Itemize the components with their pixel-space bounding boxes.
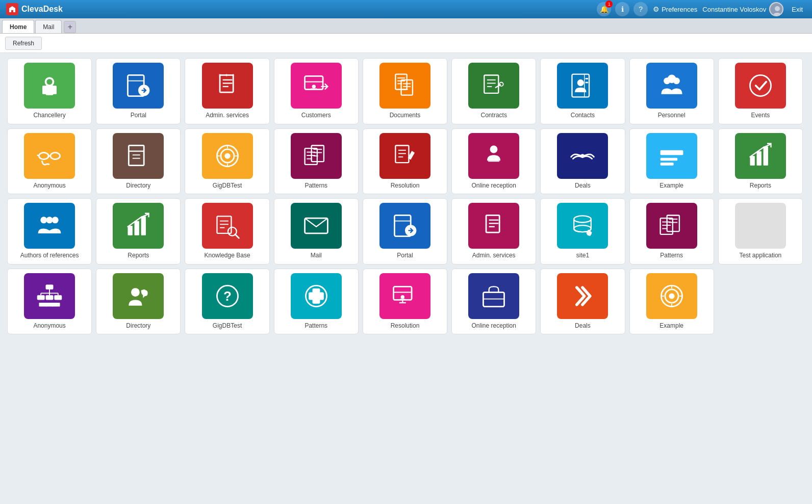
app-icon-anonymous2 <box>24 273 75 319</box>
app-card-deals[interactable]: Deals <box>540 128 625 195</box>
avatar <box>769 2 783 16</box>
svg-rect-75 <box>660 157 677 161</box>
app-card-patterns3[interactable]: Patterns <box>274 269 359 335</box>
app-card-mail[interactable]: Mail <box>274 198 359 264</box>
svg-rect-119 <box>39 303 47 306</box>
app-label-customers: Customers <box>301 112 331 120</box>
info-icon-btn[interactable]: ℹ <box>615 2 629 16</box>
app-label-authors-of-references: Authors of references <box>20 252 79 260</box>
svg-point-1 <box>775 6 780 11</box>
svg-rect-74 <box>660 150 683 154</box>
app-icon-example2 <box>646 273 697 319</box>
app-label-gigdbtest2: GigDBTest <box>213 322 242 330</box>
app-card-resolution2[interactable]: Resolution <box>363 269 447 335</box>
app-card-events[interactable]: Events <box>718 58 803 124</box>
app-card-directory[interactable]: Directory <box>96 128 181 195</box>
svg-rect-72 <box>488 161 499 162</box>
app-card-admin-services2[interactable]: Admin. services <box>451 198 536 264</box>
svg-rect-77 <box>750 156 754 166</box>
svg-text:?: ? <box>223 288 232 304</box>
svg-point-122 <box>131 288 140 297</box>
main-content: Chancellery Portal Admin. services Custo… <box>0 53 812 339</box>
svg-rect-110 <box>46 284 54 289</box>
app-card-admin-services[interactable]: Admin. services <box>185 58 269 124</box>
app-card-patterns[interactable]: Patterns <box>274 128 359 195</box>
app-card-customers[interactable]: Customers <box>274 58 359 124</box>
app-card-personnel[interactable]: Personnel <box>629 58 714 124</box>
app-name: ClevaDesk <box>21 5 63 14</box>
app-card-reports[interactable]: Reports <box>718 128 803 195</box>
app-card-portal2[interactable]: Portal <box>363 198 447 264</box>
app-card-chancellery[interactable]: Chancellery <box>7 58 92 124</box>
help-icon-btn[interactable]: ? <box>633 2 648 16</box>
app-card-reports2[interactable]: Reports <box>96 198 181 264</box>
app-card-anonymous[interactable]: Anonymous <box>7 128 92 195</box>
app-label-online-reception2: Online reception <box>472 322 516 330</box>
app-card-gigdbtest2[interactable]: ? GigDBTest <box>185 269 269 335</box>
app-label-contacts: Contacts <box>571 112 595 120</box>
svg-point-35 <box>577 79 584 86</box>
add-tab-btn[interactable]: + <box>64 21 76 33</box>
app-icon-patterns3 <box>291 273 342 319</box>
app-label-reports2: Reports <box>128 252 149 260</box>
app-label-knowledge-base: Knowledge Base <box>205 252 250 260</box>
app-card-knowledge-base[interactable]: Knowledge Base <box>185 198 269 264</box>
svg-point-53 <box>224 153 230 158</box>
app-card-online-reception2[interactable]: Online reception <box>451 269 536 335</box>
tab-home[interactable]: Home <box>2 20 34 33</box>
app-label-deals: Deals <box>575 182 591 190</box>
app-card-documents[interactable]: Documents <box>363 58 447 124</box>
app-label-portal2: Portal <box>397 252 413 260</box>
app-card-directory2[interactable]: Directory <box>96 269 181 335</box>
svg-rect-111 <box>37 295 45 300</box>
app-card-example2[interactable]: Example <box>629 269 714 335</box>
svg-rect-79 <box>763 146 768 165</box>
app-card-patterns2[interactable]: Patterns <box>629 198 714 264</box>
app-icon-resolution2 <box>379 273 430 319</box>
tab-mail[interactable]: Mail <box>35 20 62 33</box>
svg-rect-85 <box>141 217 146 235</box>
app-card-site1[interactable]: site1 <box>540 198 625 264</box>
app-card-example[interactable]: Example <box>629 128 714 195</box>
app-label-deals2: Deals <box>575 322 591 330</box>
svg-rect-38 <box>586 82 589 84</box>
app-icon-documents <box>379 63 430 109</box>
notification-badge: 1 <box>605 1 613 8</box>
app-card-gigdbtest[interactable]: GigDBTest <box>185 128 269 195</box>
app-icon-customers <box>291 63 342 109</box>
preferences-btn[interactable]: ⚙ Preferences <box>653 5 697 13</box>
notification-bell[interactable]: 🔔 1 <box>597 2 611 16</box>
svg-rect-78 <box>756 151 761 165</box>
app-label-personnel: Personnel <box>658 112 686 120</box>
app-label-contracts: Contracts <box>481 112 507 120</box>
refresh-button[interactable]: Refresh <box>5 37 42 50</box>
app-label-directory2: Directory <box>126 322 150 330</box>
app-card-deals2[interactable]: Deals <box>540 269 625 335</box>
app-label-documents: Documents <box>390 112 421 120</box>
app-label-example2: Example <box>659 322 683 330</box>
logo-icon <box>6 3 18 15</box>
exit-btn[interactable]: Exit <box>789 5 806 14</box>
app-card-portal[interactable]: Portal <box>96 58 181 124</box>
app-label-admin-services: Admin. services <box>206 112 249 120</box>
app-icon-reports2 <box>113 203 164 249</box>
svg-point-81 <box>52 217 59 223</box>
app-card-test-application[interactable]: Test application <box>718 198 803 264</box>
app-card-online-reception[interactable]: Online reception <box>451 128 536 195</box>
app-card-authors-of-references[interactable]: Authors of references <box>7 198 92 264</box>
app-card-contracts[interactable]: Contracts <box>451 58 536 124</box>
app-card-resolution[interactable]: Resolution <box>363 128 447 195</box>
svg-rect-84 <box>135 221 139 235</box>
svg-rect-83 <box>128 226 133 235</box>
app-icon-resolution <box>379 133 430 179</box>
app-icon-site1 <box>557 203 608 249</box>
svg-rect-120 <box>46 303 54 306</box>
svg-point-33 <box>499 82 503 86</box>
svg-point-71 <box>490 145 498 153</box>
app-label-directory: Directory <box>126 182 150 190</box>
app-icon-admin-services <box>202 63 253 109</box>
app-card-anonymous2[interactable]: Anonymous <box>7 269 92 335</box>
app-icon-knowledge-base <box>202 203 253 249</box>
app-card-contacts[interactable]: Contacts <box>540 58 625 124</box>
app-label-patterns3: Patterns <box>304 322 327 330</box>
